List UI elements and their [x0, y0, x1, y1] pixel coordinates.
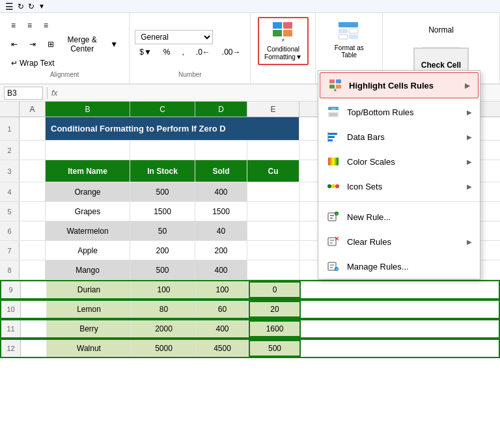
cell-c5[interactable]: 1500	[130, 202, 195, 221]
menu-item-clear-rules[interactable]: Clear Rules ▶	[318, 229, 480, 254]
cell-c4[interactable]: 500	[130, 182, 195, 201]
cell-c12[interactable]: 5000	[132, 340, 197, 357]
increase-decimal-button[interactable]: .00→	[217, 46, 245, 59]
align-center-button[interactable]: ≡	[23, 19, 36, 32]
cell-b4[interactable]: Orange	[46, 182, 130, 201]
cell-b12[interactable]: Walnut	[47, 340, 132, 357]
row-num-8: 8	[0, 260, 20, 279]
cell-a4[interactable]	[20, 182, 46, 201]
cell-e9[interactable]: 0	[249, 281, 301, 298]
cell-d11[interactable]: 400	[197, 320, 249, 337]
cell-e10[interactable]: 20	[249, 301, 301, 318]
cell-b1[interactable]: Conditional Formatting to Perform If Zer…	[46, 117, 299, 140]
row-num-10: 10	[1, 301, 21, 318]
cell-d2[interactable]	[195, 141, 247, 160]
cell-d12[interactable]: 4500	[197, 340, 249, 357]
cell-c2[interactable]	[130, 141, 195, 160]
cell-a7[interactable]	[20, 241, 46, 260]
cell-e3-header[interactable]: Cu	[247, 160, 299, 182]
cell-e11[interactable]: 1600	[249, 320, 301, 337]
cell-b5[interactable]: Grapes	[46, 202, 130, 221]
svg-rect-24	[328, 158, 339, 165]
cell-d5[interactable]: 1500	[195, 202, 247, 221]
cell-d8[interactable]: 400	[195, 260, 247, 279]
menu-divider-1	[318, 201, 480, 202]
cell-a11[interactable]	[21, 320, 47, 337]
cell-a3[interactable]	[20, 160, 46, 182]
cell-a2[interactable]	[20, 141, 46, 160]
row-num-11: 11	[1, 320, 21, 337]
cell-b9[interactable]: Durian	[47, 281, 132, 298]
cell-b7[interactable]: Apple	[46, 241, 130, 260]
cell-b3-header[interactable]: Item Name	[46, 160, 130, 182]
cell-e4[interactable]	[247, 182, 299, 201]
cell-e8[interactable]	[247, 260, 299, 279]
cell-d10[interactable]: 60	[197, 301, 249, 318]
menu-item-highlight-cells[interactable]: ≤ Highlight Cells Rules ▶	[320, 72, 479, 98]
undo-icon[interactable]: ↺	[18, 2, 24, 11]
align-left-button[interactable]: ≡	[7, 19, 20, 32]
merge-dropdown-icon[interactable]: ▼	[110, 40, 118, 49]
cell-a1[interactable]	[20, 117, 46, 140]
menu-item-data-bars[interactable]: Data Bars ▶	[318, 124, 480, 149]
cell-e2[interactable]	[247, 141, 299, 160]
cell-d9[interactable]: 100	[197, 281, 249, 298]
cell-e6[interactable]	[247, 221, 299, 240]
menu-item-color-scales[interactable]: Color Scales ▶	[318, 149, 480, 174]
name-box[interactable]	[4, 87, 43, 100]
cell-b2[interactable]	[46, 141, 130, 160]
cell-a6[interactable]	[20, 221, 46, 240]
cell-a10[interactable]	[21, 301, 47, 318]
cell-c10[interactable]: 80	[132, 301, 197, 318]
cell-e12[interactable]: 500	[249, 340, 301, 357]
indent-increase-button[interactable]: ⇥	[25, 38, 40, 51]
comma-button[interactable]: ,	[177, 46, 188, 59]
cell-a8[interactable]	[20, 260, 46, 279]
col-header-a[interactable]: A	[20, 102, 46, 117]
cell-d6[interactable]: 40	[195, 221, 247, 240]
normal-style-label: Normal	[428, 25, 454, 35]
cell-e7[interactable]	[247, 241, 299, 260]
cell-e5[interactable]	[247, 202, 299, 221]
cell-b10[interactable]: Lemon	[47, 301, 132, 318]
cell-a5[interactable]	[20, 202, 46, 221]
redo-icon[interactable]: ↻	[28, 2, 35, 11]
cell-c6[interactable]: 50	[130, 221, 195, 240]
col-header-e[interactable]: E	[247, 102, 299, 117]
cell-a12[interactable]	[21, 340, 47, 357]
menu-item-icon-sets[interactable]: Icon Sets ▶	[318, 174, 480, 199]
cell-d3-header[interactable]: Sold	[195, 160, 247, 182]
decrease-decimal-button[interactable]: .0←	[191, 46, 215, 59]
cell-b8[interactable]: Mango	[46, 260, 130, 279]
cell-d4[interactable]: 400	[195, 182, 247, 201]
cell-c7[interactable]: 200	[130, 241, 195, 260]
menu-item-manage-rules[interactable]: ⚙ Manage Rules...	[318, 254, 480, 279]
cell-b6[interactable]: Watermelon	[46, 221, 130, 240]
wrap-text-button[interactable]: ↵ Wrap Text	[7, 57, 59, 70]
cell-b11[interactable]: Berry	[47, 320, 132, 337]
col-header-c[interactable]: C	[130, 102, 195, 117]
normal-style-cell[interactable]: Normal	[422, 13, 460, 48]
customize-icon[interactable]: ▼	[38, 3, 45, 10]
conditional-formatting-button[interactable]: ≠ Conditional Formatting▼	[258, 17, 309, 65]
cell-c9[interactable]: 100	[132, 281, 197, 298]
cell-a9[interactable]	[21, 281, 47, 298]
number-format-select[interactable]: General Number Currency Accounting Date …	[135, 30, 213, 44]
cell-c11[interactable]: 2000	[132, 320, 197, 337]
cell-c3-header[interactable]: In Stock	[130, 160, 195, 182]
col-header-d[interactable]: D	[195, 102, 247, 117]
col-header-b[interactable]: B	[46, 102, 130, 117]
menu-item-top-bottom[interactable]: 10 Top/Bottom Rules ▶	[318, 100, 480, 124]
menu-icon[interactable]: ☰	[5, 1, 14, 12]
cell-c8[interactable]: 500	[130, 260, 195, 279]
row-num-4: 4	[0, 182, 20, 201]
number-format-row: General Number Currency Accounting Date …	[135, 30, 245, 44]
percent-button[interactable]: %	[159, 46, 175, 59]
currency-button[interactable]: $▼	[135, 46, 156, 59]
menu-item-new-rule[interactable]: + New Rule...	[318, 204, 480, 229]
cell-d7[interactable]: 200	[195, 241, 247, 260]
merge-center-button[interactable]: ⊞ Merge & Center ▼	[43, 33, 122, 55]
indent-decrease-button[interactable]: ⇤	[7, 38, 22, 51]
formula-divider	[47, 87, 48, 99]
align-right-button[interactable]: ≡	[39, 19, 53, 32]
